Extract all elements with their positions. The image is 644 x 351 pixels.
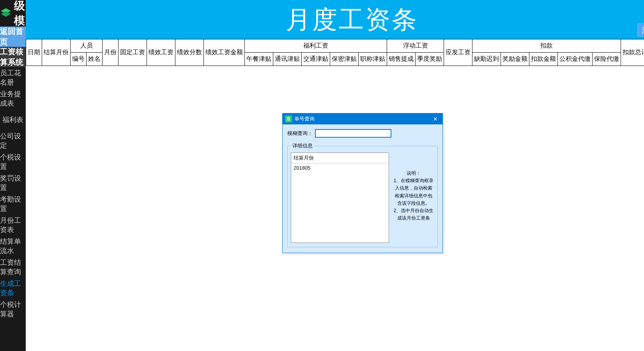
logo: 超级模版 — [0, 0, 26, 27]
sidebar-item-0[interactable]: 员工花名册 — [0, 67, 26, 88]
clear-button[interactable]: 清 空 — [637, 23, 644, 37]
svg-marker-1 — [1, 11, 11, 17]
col-confid: 保密津贴 — [330, 52, 359, 66]
main: 月度工资条 清 空 日期 结算月份 人员 月份 固定工资 绩效工资 绩效分数 绩… — [26, 0, 644, 351]
col-fund: 公积金代缴 — [558, 52, 593, 66]
col-perf-score: 绩效分数 — [175, 39, 204, 66]
col-title-allow: 职称津贴 — [359, 52, 387, 66]
salary-table-wrap: 日期 结算月份 人员 月份 固定工资 绩效工资 绩效分数 绩效工资金额 福利工资… — [26, 39, 644, 66]
desc-title: 说明： — [393, 170, 434, 177]
col-emp-no: 编号 — [71, 52, 87, 66]
col-deduct-amt: 扣款金额 — [529, 52, 558, 66]
sidebar-item-9[interactable]: 工资结算查询 — [0, 257, 26, 278]
sidebar-item-6[interactable]: 考勤设置 — [0, 193, 26, 214]
result-row[interactable]: 201805 — [291, 163, 389, 172]
col-transport: 交通津贴 — [302, 52, 330, 66]
col-sales-comm: 销售提成 — [387, 52, 416, 66]
sidebar-item-3[interactable]: 公司设定 — [0, 130, 26, 151]
sidebar-item-5[interactable]: 奖罚设置 — [0, 172, 26, 193]
col-deductions: 扣款 — [472, 39, 621, 53]
col-fixed-salary: 固定工资 — [119, 39, 147, 66]
sidebar: 超级模版 返回首页 工资核算系统 员工花名册业务提成表福利表公司设定个税设置奖罚… — [0, 0, 26, 351]
spreadsheet-icon: S — [285, 115, 292, 122]
salary-table: 日期 结算月份 人员 月份 固定工资 绩效工资 绩效分数 绩效工资金额 福利工资… — [26, 39, 644, 66]
dialog-body: 模糊查询： 详细信息 结算月份 201805 说明： 1、在模糊查询框录入信息，… — [283, 124, 442, 253]
sidebar-item-1[interactable]: 业务提成表 — [0, 88, 26, 109]
dialog-description: 说明： 1、在模糊查询框录入信息，自动检索检索详细信息中包含该字段信息。 2、选… — [393, 152, 434, 243]
query-input[interactable] — [315, 129, 391, 138]
result-header: 结算月份 — [291, 153, 389, 163]
col-date: 日期 — [26, 39, 42, 66]
nav-home[interactable]: 返回首页 — [0, 27, 26, 47]
desc-line2: 2、选中月份自动生成该月份工资条 — [393, 207, 434, 222]
query-dialog: S 单号查询 ✕ 模糊查询： 详细信息 结算月份 201805 说明： — [282, 113, 443, 253]
col-period: 结算月份 — [42, 39, 71, 66]
col-insurance: 保险代缴 — [593, 52, 621, 66]
col-month: 月份 — [103, 39, 119, 66]
sidebar-item-2[interactable]: 福利表 — [0, 109, 26, 130]
sidebar-item-8[interactable]: 结算单流水 — [0, 236, 26, 257]
col-perf-amount: 绩效工资金额 — [204, 39, 245, 66]
col-quarter-bonus: 季度奖励 — [416, 52, 444, 66]
desc-line1: 1、在模糊查询框录入信息，自动检索检索详细信息中包含该字段信息。 — [393, 177, 434, 207]
page-title: 月度工资条 — [286, 3, 418, 37]
logo-icon — [0, 7, 12, 19]
sidebar-item-11[interactable]: 个税计算器 — [0, 299, 26, 320]
sidebar-item-10[interactable]: 生成工资条 — [0, 278, 26, 299]
col-emp-name: 姓名 — [87, 52, 103, 66]
nav-section-title: 工资核算系统 — [0, 47, 26, 67]
col-due-pay: 应发工资 — [444, 39, 472, 66]
sidebar-item-7[interactable]: 月份工资表 — [0, 214, 26, 236]
col-perf-salary: 绩效工资 — [147, 39, 175, 66]
dialog-titlebar[interactable]: S 单号查询 ✕ — [283, 113, 442, 124]
close-icon[interactable]: ✕ — [431, 115, 440, 123]
page-header: 月度工资条 清 空 — [26, 0, 644, 39]
col-welfare: 福利工资 — [245, 39, 387, 53]
detail-legend: 详细信息 — [291, 142, 314, 149]
col-reward-amt: 奖励金额 — [501, 52, 529, 66]
sidebar-item-4[interactable]: 个税设置 — [0, 151, 26, 172]
dialog-title: 单号查询 — [294, 115, 315, 122]
detail-fieldset: 详细信息 结算月份 201805 说明： 1、在模糊查询框录入信息，自动检索检索… — [287, 142, 438, 247]
query-label: 模糊查询： — [287, 130, 313, 137]
col-comm: 通讯津贴 — [273, 52, 302, 66]
col-floating: 浮动工资 — [387, 39, 444, 53]
col-person: 人员 — [71, 39, 103, 53]
col-lunch: 午餐津贴 — [245, 52, 273, 66]
result-listbox[interactable]: 结算月份 201805 — [291, 152, 389, 243]
col-absence: 缺勤迟到 — [472, 52, 501, 66]
col-deduct-total: 扣款总计 — [621, 39, 644, 66]
